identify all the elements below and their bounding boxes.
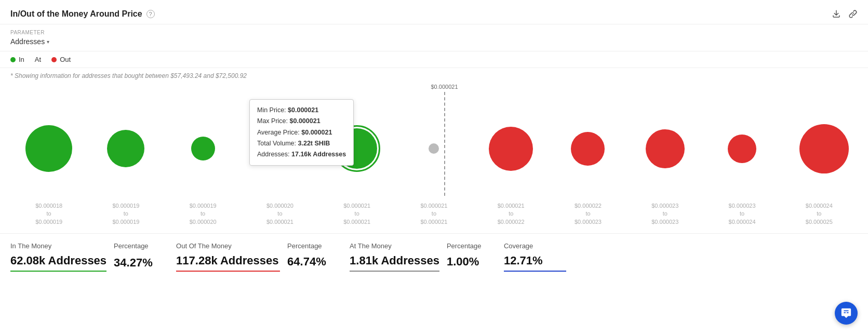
tooltip-addresses-label: Addresses: xyxy=(257,151,290,158)
tooltip-volume-value: 3.22t SHIB xyxy=(298,140,330,147)
price-range-2: $0.000019to$0.000020 xyxy=(165,202,242,226)
price-range-7: $0.000022to$0.000023 xyxy=(550,202,626,226)
chart-column-0[interactable] xyxy=(10,125,87,172)
stats-bar: In The Money 62.08k Addresses Percentage… xyxy=(0,233,868,280)
bubble-8[interactable] xyxy=(646,129,685,168)
bubble-2[interactable] xyxy=(191,137,215,160)
chevron-down-icon: ▾ xyxy=(47,39,49,45)
stat-group-coverage: Coverage 12.71% xyxy=(504,242,566,272)
stat-label-in: In The Money xyxy=(10,242,106,252)
price-divider-line xyxy=(444,92,445,196)
price-range-1: $0.000019to$0.000019 xyxy=(87,202,164,226)
price-range-8: $0.000023to$0.000023 xyxy=(626,202,703,226)
chat-icon xyxy=(840,307,852,319)
stat-group-at: At The Money 1.81k Addresses xyxy=(350,242,439,272)
controls: PARAMETER Addresses ▾ xyxy=(0,24,868,51)
out-dot-icon xyxy=(51,57,57,62)
stat-value-coverage: 12.71% xyxy=(504,254,566,267)
legend-label-in: In xyxy=(19,56,24,63)
axis-labels: $0.000018to$0.000019 $0.000019to$0.00001… xyxy=(0,198,868,226)
tooltip-avg: Average Price: $0.000021 xyxy=(257,127,346,138)
tooltip-max: Max Price: $0.000021 xyxy=(257,116,346,127)
tooltip-avg-value: $0.000021 xyxy=(301,129,332,136)
header-actions xyxy=(832,9,858,19)
tooltip-volume: Total Volume: 3.22t SHIB xyxy=(257,138,346,149)
in-dot-icon xyxy=(10,57,16,62)
stat-value-at: 1.81k Addresses xyxy=(350,254,439,267)
param-value: Addresses xyxy=(10,37,45,46)
price-range-10: $0.000024to$0.000025 xyxy=(781,202,858,226)
legend-item-in: In xyxy=(10,56,24,63)
price-range-6: $0.000021to$0.000022 xyxy=(473,202,550,226)
bubble-9[interactable] xyxy=(728,135,756,163)
stat-value-at-pct: 1.00% xyxy=(447,255,488,269)
current-price-label: $0.000021 xyxy=(431,84,458,90)
bubble-10[interactable] xyxy=(799,124,849,173)
chart-column-6[interactable] xyxy=(473,127,550,171)
stat-label-out: Out Of The Money xyxy=(176,242,280,252)
stat-label-coverage: Coverage xyxy=(504,242,566,252)
help-icon[interactable]: ? xyxy=(146,10,155,18)
stat-group-out-pct: Percentage 64.74% xyxy=(287,242,334,269)
chart-column-7[interactable] xyxy=(550,132,626,166)
chat-button[interactable] xyxy=(835,302,858,325)
price-range-0: $0.000018to$0.000019 xyxy=(10,202,87,226)
page-title: In/Out of the Money Around Price xyxy=(10,9,142,19)
header-left: In/Out of the Money Around Price ? xyxy=(10,9,155,19)
stat-label-in-pct: Percentage xyxy=(114,242,161,254)
stat-label-out-pct: Percentage xyxy=(287,242,334,253)
stat-group-in: In The Money 62.08k Addresses xyxy=(10,242,106,272)
stat-label-at: At The Money xyxy=(350,242,439,252)
stat-group-out: Out Of The Money 117.28k Addresses xyxy=(176,242,280,272)
info-text: * Showing information for addresses that… xyxy=(0,68,868,84)
tooltip-min: Min Price: $0.000021 xyxy=(257,105,346,116)
chart-column-2[interactable] xyxy=(165,137,242,160)
bubble-0[interactable] xyxy=(25,125,72,172)
tooltip-min-value: $0.000021 xyxy=(288,106,318,114)
price-range-3: $0.000020to$0.000021 xyxy=(242,202,318,226)
stat-value-in-pct: 34.27% xyxy=(114,256,161,270)
chart-column-1[interactable] xyxy=(87,130,164,167)
legend-label-at: At xyxy=(35,56,41,63)
tooltip-avg-label: Average Price: xyxy=(257,129,300,136)
price-range-5: $0.000021to$0.000021 xyxy=(395,202,472,226)
stat-group-in-pct: Percentage 34.27% xyxy=(114,242,161,270)
stat-value-out-pct: 64.74% xyxy=(287,255,334,269)
legend-item-at: At xyxy=(35,56,41,63)
tooltip: Min Price: $0.000021 Max Price: $0.00002… xyxy=(249,99,354,166)
stat-group-at-pct: Percentage 1.00% xyxy=(447,242,488,269)
link-icon[interactable] xyxy=(848,9,858,19)
legend: In At Out xyxy=(0,51,868,68)
chart-column-9[interactable] xyxy=(703,135,780,163)
tooltip-addresses: Addresses: 17.16k Addresses xyxy=(257,149,346,160)
stat-value-in: 62.08k Addresses xyxy=(10,254,106,267)
price-range-9: $0.000023to$0.000024 xyxy=(703,202,780,226)
legend-item-out: Out xyxy=(51,56,71,63)
tooltip-volume-label: Total Volume: xyxy=(257,140,296,147)
chart-column-8[interactable] xyxy=(626,129,703,168)
tooltip-addresses-value: 17.16k Addresses xyxy=(291,151,346,158)
legend-label-out: Out xyxy=(60,56,71,63)
bubble-1[interactable] xyxy=(107,130,144,167)
stat-label-at-pct: Percentage xyxy=(447,242,488,253)
header: In/Out of the Money Around Price ? xyxy=(0,0,868,24)
tooltip-min-label: Min Price: xyxy=(257,106,286,114)
bubble-6[interactable] xyxy=(489,127,533,171)
param-select[interactable]: Addresses ▾ xyxy=(10,37,858,46)
chart-area: $0.000021 Min Price: $0.000021 Max Price… xyxy=(0,84,868,198)
tooltip-max-value: $0.000021 xyxy=(290,117,321,125)
bubble-7[interactable] xyxy=(571,132,605,166)
price-range-4: $0.000021to$0.000021 xyxy=(318,202,395,226)
chart-column-10[interactable] xyxy=(781,124,858,173)
param-label: PARAMETER xyxy=(10,30,858,35)
tooltip-max-label: Max Price: xyxy=(257,117,288,125)
download-icon[interactable] xyxy=(832,9,841,19)
stat-value-out: 117.28k Addresses xyxy=(176,254,280,267)
chart-wrapper: $0.000021 Min Price: $0.000021 Max Price… xyxy=(0,84,868,226)
